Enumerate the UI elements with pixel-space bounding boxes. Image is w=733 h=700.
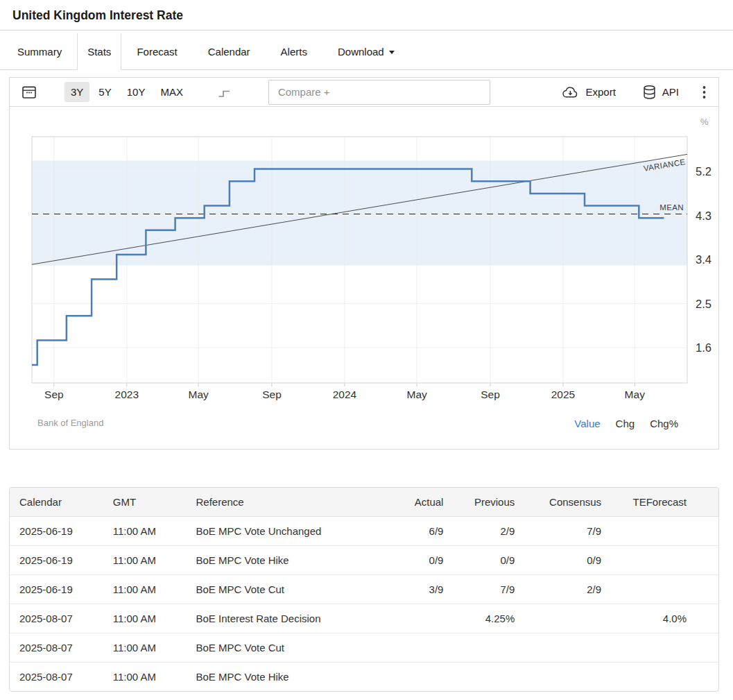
tab-label: Stats	[87, 46, 111, 58]
mean-label: MEAN	[659, 203, 684, 212]
table-cell	[454, 633, 526, 663]
table-cell: 11:00 AM	[103, 546, 187, 575]
column-header-reference: Reference	[186, 488, 388, 517]
y-axis-label: 5.2	[696, 165, 712, 178]
table-cell	[612, 517, 718, 546]
table-cell	[388, 633, 455, 663]
caret-down-icon	[389, 51, 395, 54]
table-cell: 0/9	[454, 546, 526, 575]
source-label: Bank of England	[37, 418, 103, 428]
x-axis-label: 2025	[551, 389, 575, 400]
page-title: United Kingdom Interest Rate	[12, 8, 183, 22]
y-axis-label: 3.4	[696, 253, 712, 266]
y-axis-unit-label: %	[700, 117, 709, 127]
calendar-table: CalendarGMTReferenceActualPreviousConsen…	[10, 488, 718, 691]
y-axis-label: 2.5	[696, 298, 712, 310]
range-button-5y[interactable]: 5Y	[92, 82, 117, 102]
calendar-table-container: CalendarGMTReferenceActualPreviousConsen…	[9, 487, 719, 692]
tab-summary[interactable]: Summary	[0, 33, 77, 70]
table-cell	[454, 663, 526, 692]
table-cell	[526, 633, 612, 663]
table-cell: 6/9	[388, 517, 455, 546]
x-axis-label: 2024	[333, 389, 357, 400]
table-cell: 3/9	[388, 575, 455, 604]
chart-toolbar: 3Y5Y10YMAX Export	[10, 78, 718, 107]
x-axis-label: May	[188, 389, 209, 400]
chart-area[interactable]: Sep2023MaySep2024MaySep2025MayVARIANCEME…	[10, 107, 718, 412]
step-line-style-button[interactable]	[217, 85, 232, 99]
column-header-actual: Actual	[388, 488, 455, 517]
table-cell: 2025-08-07	[10, 663, 103, 692]
interest-rate-step-chart[interactable]: Sep2023MaySep2024MaySep2025MayVARIANCEME…	[10, 107, 723, 412]
tab-bar: SummaryStatsForecastCalendarAlertsDownlo…	[0, 33, 733, 70]
x-axis-label: Sep	[44, 389, 64, 400]
table-cell: BoE MPC Vote Cut	[186, 633, 388, 663]
value-mode-switch: ValueChgChg%	[574, 418, 691, 429]
tab-download[interactable]: Download	[322, 33, 410, 70]
api-button[interactable]: API	[642, 85, 679, 100]
compare-input[interactable]	[268, 80, 490, 105]
export-label: Export	[585, 86, 615, 98]
mode-link-value[interactable]: Value	[574, 418, 600, 429]
table-cell: 11:00 AM	[103, 604, 187, 633]
tab-label: Summary	[17, 46, 62, 58]
table-cell: 2025-06-19	[10, 546, 103, 575]
tab-stats[interactable]: Stats	[77, 33, 121, 70]
range-button-max[interactable]: MAX	[154, 82, 189, 102]
table-row[interactable]: 2025-08-0711:00 AMBoE MPC Vote Hike	[10, 663, 718, 692]
table-cell	[612, 546, 718, 575]
table-cell	[612, 575, 718, 604]
table-cell: BoE MPC Vote Unchanged	[186, 517, 388, 546]
variance-band	[32, 161, 687, 266]
date-range-calendar-button[interactable]	[21, 85, 37, 99]
table-cell: 2025-08-07	[10, 633, 103, 663]
table-row[interactable]: 2025-08-0711:00 AMBoE Interest Rate Deci…	[10, 604, 718, 633]
page: United Kingdom Interest Rate SummaryStat…	[0, 0, 733, 692]
table-cell	[526, 604, 612, 633]
table-header-row: CalendarGMTReferenceActualPreviousConsen…	[10, 488, 718, 517]
tab-label: Forecast	[137, 46, 177, 58]
table-cell: 4.25%	[454, 604, 526, 633]
tab-forecast[interactable]: Forecast	[121, 33, 192, 70]
tab-calendar[interactable]: Calendar	[193, 33, 266, 70]
more-options-button[interactable]	[702, 85, 706, 99]
x-axis-label: May	[625, 389, 646, 400]
table-row[interactable]: 2025-06-1911:00 AMBoE MPC Vote Unchanged…	[10, 517, 718, 546]
range-button-10y[interactable]: 10Y	[121, 82, 152, 102]
table-row[interactable]: 2025-08-0711:00 AMBoE MPC Vote Cut	[10, 633, 718, 663]
y-axis-label: 1.6	[696, 341, 712, 354]
table-cell: 11:00 AM	[103, 575, 187, 604]
table-cell: 2025-06-19	[10, 517, 103, 546]
calendar-icon	[21, 85, 37, 99]
table-cell: 2/9	[526, 575, 612, 604]
table-cell	[388, 604, 455, 633]
table-cell: 2025-08-07	[10, 604, 103, 633]
tab-label: Download	[338, 46, 384, 58]
table-row[interactable]: 2025-06-1911:00 AMBoE MPC Vote Cut3/97/9…	[10, 575, 718, 604]
api-label: API	[662, 86, 679, 98]
title-bar: United Kingdom Interest Rate	[0, 0, 733, 31]
table-cell	[388, 663, 455, 692]
tab-alerts[interactable]: Alerts	[266, 33, 322, 70]
column-header-gmt: GMT	[103, 488, 187, 517]
table-cell	[612, 663, 718, 692]
table-cell: 2/9	[454, 517, 526, 546]
tab-label: Alerts	[281, 46, 307, 58]
table-row[interactable]: 2025-06-1911:00 AMBoE MPC Vote Hike0/90/…	[10, 546, 718, 575]
table-cell: BoE Interest Rate Decision	[186, 604, 388, 633]
export-button[interactable]: Export	[561, 85, 615, 99]
tab-label: Calendar	[208, 46, 250, 58]
mode-link-chg-pct[interactable]: Chg%	[650, 418, 678, 429]
y-axis-label: 4.3	[696, 210, 712, 222]
mode-link-chg[interactable]: Chg	[616, 418, 635, 429]
x-axis-label: 2023	[115, 389, 139, 400]
range-button-3y[interactable]: 3Y	[64, 82, 89, 102]
table-cell: 0/9	[526, 546, 612, 575]
table-cell: BoE MPC Vote Hike	[186, 663, 388, 692]
range-selector: 3Y5Y10YMAX	[64, 82, 189, 102]
table-cell: 2025-06-19	[10, 575, 103, 604]
column-header-calendar: Calendar	[10, 488, 103, 517]
table-cell: 0/9	[388, 546, 455, 575]
table-cell: BoE MPC Vote Hike	[186, 546, 388, 575]
step-line-icon	[217, 85, 232, 99]
